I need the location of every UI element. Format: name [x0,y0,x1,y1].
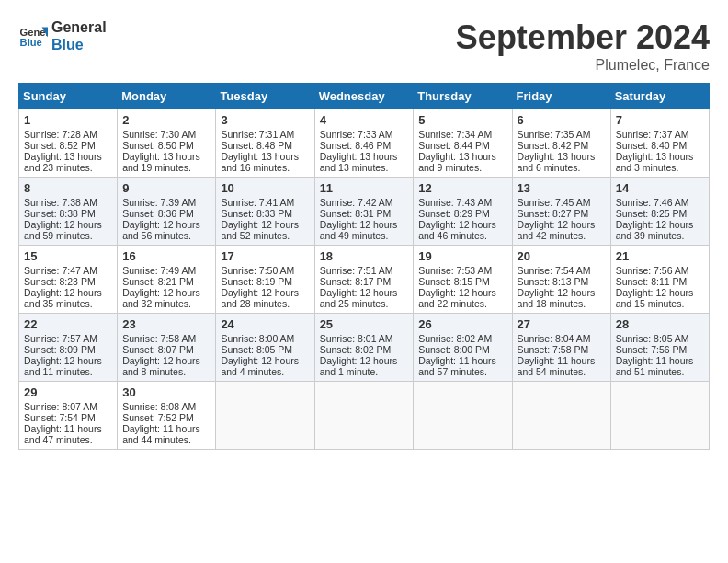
sunset-text: Sunset: 8:09 PM [24,344,96,355]
sunset-text: Sunset: 7:56 PM [616,344,688,355]
daylight-text: Daylight: 13 hours and 6 minutes. [518,151,596,173]
daylight-text: Daylight: 13 hours and 13 minutes. [320,151,398,173]
table-row [314,382,414,450]
day-number: 27 [518,317,606,331]
table-row: 20Sunrise: 7:54 AMSunset: 8:13 PMDayligh… [512,246,610,314]
daylight-text: Daylight: 12 hours and 46 minutes. [418,219,496,241]
logo: General Blue General Blue [18,18,107,53]
calendar-table: Sunday Monday Tuesday Wednesday Thursday… [18,83,710,450]
table-row: 25Sunrise: 8:01 AMSunset: 8:02 PMDayligh… [314,314,414,382]
sunrise-text: Sunrise: 7:31 AM [221,129,294,140]
daylight-text: Daylight: 12 hours and 59 minutes. [24,219,102,241]
sunrise-text: Sunrise: 7:49 AM [122,265,196,276]
day-number: 15 [24,249,112,263]
day-number: 10 [221,181,309,195]
sunrise-text: Sunrise: 7:58 AM [122,333,196,344]
sunrise-text: Sunrise: 8:08 AM [122,401,196,412]
sunrise-text: Sunrise: 8:04 AM [518,333,591,344]
sunrise-text: Sunrise: 7:57 AM [24,333,97,344]
table-row: 6Sunrise: 7:35 AMSunset: 8:42 PMDaylight… [512,109,610,178]
sunrise-text: Sunrise: 8:01 AM [320,333,393,344]
daylight-text: Daylight: 12 hours and 28 minutes. [221,287,299,309]
sunrise-text: Sunrise: 7:46 AM [616,197,689,208]
daylight-text: Daylight: 13 hours and 3 minutes. [616,151,694,173]
sunset-text: Sunset: 8:07 PM [122,344,194,355]
table-row: 30Sunrise: 8:08 AMSunset: 7:52 PMDayligh… [118,382,216,450]
sunrise-text: Sunrise: 8:02 AM [418,333,492,344]
daylight-text: Daylight: 12 hours and 52 minutes. [221,219,299,241]
col-wednesday: Wednesday [314,84,414,109]
calendar-week-5: 29Sunrise: 8:07 AMSunset: 7:54 PMDayligh… [19,382,710,450]
col-friday: Friday [512,84,610,109]
day-number: 12 [418,181,506,195]
day-number: 16 [122,249,210,263]
calendar-week-1: 1Sunrise: 7:28 AMSunset: 8:52 PMDaylight… [19,109,710,178]
sunset-text: Sunset: 8:33 PM [221,208,292,219]
sunset-text: Sunset: 7:54 PM [24,412,96,423]
calendar-week-4: 22Sunrise: 7:57 AMSunset: 8:09 PMDayligh… [19,314,710,382]
day-number: 11 [320,181,409,195]
sunset-text: Sunset: 7:52 PM [122,412,194,423]
table-row: 21Sunrise: 7:56 AMSunset: 8:11 PMDayligh… [610,246,709,314]
daylight-text: Daylight: 12 hours and 22 minutes. [418,287,496,309]
table-row: 28Sunrise: 8:05 AMSunset: 7:56 PMDayligh… [610,314,709,382]
sunset-text: Sunset: 8:00 PM [418,344,490,355]
calendar-week-2: 8Sunrise: 7:38 AMSunset: 8:38 PMDaylight… [19,178,710,246]
sunrise-text: Sunrise: 7:28 AM [24,129,97,140]
day-number: 28 [616,317,704,331]
sunset-text: Sunset: 8:42 PM [518,140,589,151]
sunset-text: Sunset: 8:52 PM [24,140,96,151]
table-row: 26Sunrise: 8:02 AMSunset: 8:00 PMDayligh… [414,314,512,382]
page-header: General Blue General Blue September 2024… [18,18,710,74]
sunset-text: Sunset: 8:15 PM [418,276,490,287]
sunrise-text: Sunrise: 7:34 AM [418,129,492,140]
sunrise-text: Sunrise: 7:39 AM [122,197,196,208]
day-number: 4 [320,113,409,127]
sunrise-text: Sunrise: 7:30 AM [122,129,196,140]
day-number: 20 [518,249,606,263]
table-row: 19Sunrise: 7:53 AMSunset: 8:15 PMDayligh… [414,246,512,314]
table-row: 8Sunrise: 7:38 AMSunset: 8:38 PMDaylight… [19,178,118,246]
month-title: September 2024 [456,18,710,57]
table-row: 10Sunrise: 7:41 AMSunset: 8:33 PMDayligh… [216,178,314,246]
sunset-text: Sunset: 8:31 PM [320,208,392,219]
sunrise-text: Sunrise: 7:50 AM [221,265,294,276]
table-row: 15Sunrise: 7:47 AMSunset: 8:23 PMDayligh… [19,246,118,314]
sunrise-text: Sunrise: 7:37 AM [616,129,689,140]
table-row: 12Sunrise: 7:43 AMSunset: 8:29 PMDayligh… [414,178,512,246]
day-number: 2 [122,113,210,127]
daylight-text: Daylight: 11 hours and 44 minutes. [122,423,200,445]
table-row: 18Sunrise: 7:51 AMSunset: 8:17 PMDayligh… [314,246,414,314]
sunrise-text: Sunrise: 8:00 AM [221,333,294,344]
daylight-text: Daylight: 11 hours and 51 minutes. [616,355,694,377]
table-row: 16Sunrise: 7:49 AMSunset: 8:21 PMDayligh… [118,246,216,314]
sunrise-text: Sunrise: 7:45 AM [518,197,591,208]
sunset-text: Sunset: 8:38 PM [24,208,96,219]
daylight-text: Daylight: 12 hours and 35 minutes. [24,287,102,309]
table-row: 13Sunrise: 7:45 AMSunset: 8:27 PMDayligh… [512,178,610,246]
logo-text-blue: Blue [51,36,107,53]
sunset-text: Sunset: 8:23 PM [24,276,96,287]
daylight-text: Daylight: 12 hours and 32 minutes. [122,287,200,309]
col-monday: Monday [118,84,216,109]
daylight-text: Daylight: 11 hours and 47 minutes. [24,423,102,445]
day-number: 22 [24,317,112,331]
sunrise-text: Sunrise: 7:53 AM [418,265,492,276]
daylight-text: Daylight: 12 hours and 49 minutes. [320,219,398,241]
logo-icon: General Blue [18,21,48,51]
table-row [414,382,512,450]
sunrise-text: Sunrise: 7:38 AM [24,197,97,208]
day-number: 24 [221,317,309,331]
table-row: 11Sunrise: 7:42 AMSunset: 8:31 PMDayligh… [314,178,414,246]
daylight-text: Daylight: 12 hours and 1 minute. [320,355,398,377]
daylight-text: Daylight: 12 hours and 15 minutes. [616,287,694,309]
daylight-text: Daylight: 12 hours and 25 minutes. [320,287,398,309]
sunrise-text: Sunrise: 7:54 AM [518,265,591,276]
daylight-text: Daylight: 13 hours and 9 minutes. [418,151,496,173]
sunset-text: Sunset: 8:17 PM [320,276,392,287]
sunset-text: Sunset: 8:21 PM [122,276,194,287]
sunset-text: Sunset: 8:25 PM [616,208,688,219]
sunset-text: Sunset: 8:46 PM [320,140,392,151]
day-number: 7 [616,113,704,127]
table-row [216,382,314,450]
